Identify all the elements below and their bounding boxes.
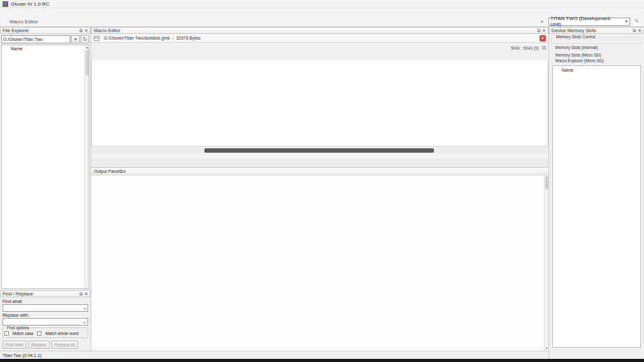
cursor-position: 5041 : 5041 (0) xyxy=(511,46,538,50)
device-panel-tabs xyxy=(549,350,644,359)
replace-all-button[interactable]: Replace All xyxy=(52,341,79,349)
scroll-up-icon[interactable]: ▲ xyxy=(85,45,89,50)
title-bar: Gtuner IV 1.0 RC xyxy=(0,0,644,8)
close-panel-icon[interactable]: ✕ xyxy=(542,28,546,33)
device-target-icon: ⌖ xyxy=(537,17,547,26)
match-whole-word-label: Match whole word xyxy=(45,331,78,336)
chevron-down-icon: ▼ xyxy=(622,19,628,23)
close-panel-icon[interactable]: ✕ xyxy=(84,292,88,297)
macro-toolbar: 5041 : 5041 (0) ⧉ xyxy=(91,43,548,53)
file-explorer-panel: File Explorer ⧉✕ G:/Gtuner/Titan Two ▾ ↻… xyxy=(0,27,91,290)
browse-folder-button[interactable]: ▾ xyxy=(71,35,80,43)
find-options-label: Find options xyxy=(6,326,30,330)
open-file-size: 32976 Bytes xyxy=(176,36,201,40)
timeline-scrollbar[interactable] xyxy=(91,148,548,153)
find-replace-title: Find / Replace xyxy=(3,291,33,297)
find-next-button[interactable]: Find Next xyxy=(3,341,26,349)
macro-explorer-label: Macro Explorer (Micro SD) xyxy=(554,58,605,63)
macro-explorer-list: Name xyxy=(552,65,641,348)
replace-button[interactable]: Replace xyxy=(28,341,50,349)
close-panel-icon[interactable]: ✕ xyxy=(638,28,641,33)
replace-with-label: Replace with: xyxy=(3,313,88,317)
macro-editor-panel: Macro Editor ⧉✕ G:/Gtuner/Titan Two/ds4s… xyxy=(91,27,548,351)
file-tree: Name ▲ xyxy=(1,45,89,289)
internal-slots-label: Memory Slots (Internal) xyxy=(554,45,599,50)
microsd-slots-label: Memory Slots (Micro SD) xyxy=(554,53,602,57)
find-replace-panel: Find / Replace ⧉✕ Find what: ∨ Replace w… xyxy=(0,290,91,351)
app-icon xyxy=(3,1,8,7)
float-panel-icon[interactable]: ⧉ xyxy=(537,28,540,33)
output-panel-header: Output Panel ⧉✕ xyxy=(91,168,548,175)
find-input[interactable]: ∨ xyxy=(3,304,88,312)
macro-explorer-column-header: Name xyxy=(553,67,640,74)
close-panel-icon[interactable]: ✕ xyxy=(84,28,88,33)
scrollbar-thumb[interactable] xyxy=(204,148,434,153)
device-panel-title: Device Memory Slots xyxy=(552,28,596,33)
main-toolbar: Macro Editor ⌖ TITAN TWO (Development Un… xyxy=(0,16,644,27)
workspace-tabs xyxy=(91,158,548,168)
toolbar-macro-editor-label: Macro Editor xyxy=(9,19,38,25)
tree-scrollbar[interactable]: ▲ xyxy=(84,45,89,288)
goto-position-icon[interactable]: ⧉ xyxy=(542,43,546,52)
close-file-button[interactable]: ✕ xyxy=(540,35,546,41)
bottom-strip xyxy=(0,359,644,362)
float-panel-icon[interactable]: ⧉ xyxy=(79,292,82,297)
gmk-file-icon xyxy=(94,36,99,41)
replace-input[interactable]: ∨ xyxy=(3,318,88,326)
menu-bar xyxy=(0,8,644,16)
memory-slots-control-label: Memory Slots Control xyxy=(555,35,597,39)
match-case-checkbox[interactable] xyxy=(4,331,9,336)
status-text: Titan Two (0.94.1.1) xyxy=(3,353,42,358)
open-file-path: G:/Gtuner/Titan Two/ds4stick.gmk xyxy=(104,36,170,40)
match-whole-word-checkbox[interactable] xyxy=(37,331,42,336)
float-panel-icon[interactable]: ⧉ xyxy=(79,28,82,33)
window-title: Gtuner IV 1.0 RC xyxy=(11,1,49,7)
timeline-ruler[interactable] xyxy=(91,53,548,60)
output-scrollbar[interactable]: ▼ xyxy=(544,175,548,351)
edit-device-icon[interactable]: ✎ xyxy=(632,17,641,26)
macro-editor-title: Macro Editor xyxy=(94,28,121,33)
tree-column-header: Name xyxy=(2,46,89,52)
float-panel-icon[interactable]: ⧉ xyxy=(633,28,636,33)
chevron-down-icon: ∨ xyxy=(81,320,86,324)
close-panel-icon[interactable]: ✕ xyxy=(123,169,126,173)
match-case-label: Match case xyxy=(13,331,33,336)
output-log: ▼ xyxy=(91,175,548,351)
status-bar: Titan Two (0.94.1.1) xyxy=(0,351,548,359)
waveform-chart[interactable] xyxy=(91,60,548,146)
file-explorer-title: File Explorer xyxy=(3,28,29,33)
chevron-down-icon: ∨ xyxy=(81,306,86,310)
device-memory-slots-panel: Device Memory Slots ⧉✕ Memory Slots Cont… xyxy=(548,27,644,359)
device-select[interactable]: TITAN TWO (Development Unit)▼ xyxy=(548,18,630,26)
refresh-button[interactable]: ↻ xyxy=(80,35,89,43)
find-what-label: Find what: xyxy=(3,299,88,304)
explorer-path-input[interactable]: G:/Gtuner/Titan Two xyxy=(1,35,70,43)
open-file-bar: G:/Gtuner/Titan Two/ds4stick.gmk | 32976… xyxy=(91,34,548,43)
